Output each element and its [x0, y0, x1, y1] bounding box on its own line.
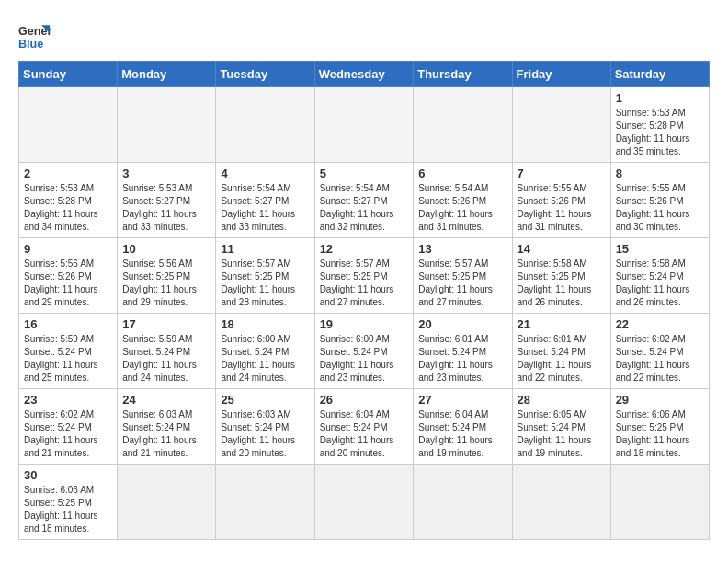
calendar-cell: 24Sunrise: 6:03 AM Sunset: 5:24 PM Dayli…	[118, 389, 216, 465]
calendar-cell: 26Sunrise: 6:04 AM Sunset: 5:24 PM Dayli…	[314, 389, 414, 465]
day-number: 23	[24, 393, 112, 407]
day-info: Sunrise: 5:59 AM Sunset: 5:24 PM Dayligh…	[24, 333, 112, 385]
day-info: Sunrise: 6:02 AM Sunset: 5:24 PM Dayligh…	[616, 333, 704, 385]
calendar-cell: 4Sunrise: 5:54 AM Sunset: 5:27 PM Daylig…	[216, 163, 314, 238]
generalblue-logo-icon: General Blue	[18, 18, 51, 52]
day-info: Sunrise: 5:54 AM Sunset: 5:26 PM Dayligh…	[418, 182, 506, 234]
day-info: Sunrise: 5:59 AM Sunset: 5:24 PM Dayligh…	[122, 333, 210, 385]
day-number: 3	[122, 167, 210, 180]
day-number: 25	[221, 393, 309, 407]
day-info: Sunrise: 5:57 AM Sunset: 5:25 PM Dayligh…	[221, 258, 309, 309]
weekday-header-saturday: Saturday	[610, 62, 709, 87]
weekday-header-sunday: Sunday	[19, 62, 118, 87]
calendar-cell: 6Sunrise: 5:54 AM Sunset: 5:26 PM Daylig…	[414, 163, 512, 238]
calendar-cell: 11Sunrise: 5:57 AM Sunset: 5:25 PM Dayli…	[216, 238, 314, 314]
calendar-cell: 30Sunrise: 6:06 AM Sunset: 5:25 PM Dayli…	[19, 465, 118, 540]
day-number: 2	[24, 167, 112, 180]
calendar-cell: 28Sunrise: 6:05 AM Sunset: 5:24 PM Dayli…	[512, 389, 610, 465]
day-number: 12	[320, 242, 409, 256]
day-info: Sunrise: 5:55 AM Sunset: 5:26 PM Dayligh…	[616, 182, 704, 234]
day-number: 19	[320, 317, 409, 331]
calendar-cell: 27Sunrise: 6:04 AM Sunset: 5:24 PM Dayli…	[414, 389, 512, 465]
calendar-cell: 1Sunrise: 5:53 AM Sunset: 5:28 PM Daylig…	[610, 87, 709, 163]
calendar-cell: 12Sunrise: 5:57 AM Sunset: 5:25 PM Dayli…	[314, 238, 414, 314]
calendar-cell: 14Sunrise: 5:58 AM Sunset: 5:25 PM Dayli…	[512, 238, 610, 314]
calendar-cell	[610, 465, 709, 540]
calendar-cell: 2Sunrise: 5:53 AM Sunset: 5:28 PM Daylig…	[19, 163, 118, 238]
day-info: Sunrise: 5:54 AM Sunset: 5:27 PM Dayligh…	[320, 182, 409, 234]
day-number: 6	[418, 167, 506, 180]
calendar-cell	[19, 87, 118, 163]
day-info: Sunrise: 6:01 AM Sunset: 5:24 PM Dayligh…	[418, 333, 506, 385]
day-info: Sunrise: 5:55 AM Sunset: 5:26 PM Dayligh…	[518, 182, 606, 234]
calendar-cell	[512, 465, 610, 540]
calendar-cell	[314, 87, 414, 163]
day-info: Sunrise: 6:00 AM Sunset: 5:24 PM Dayligh…	[320, 333, 409, 385]
calendar-cell: 17Sunrise: 5:59 AM Sunset: 5:24 PM Dayli…	[118, 314, 216, 389]
calendar-cell: 13Sunrise: 5:57 AM Sunset: 5:25 PM Dayli…	[414, 238, 512, 314]
calendar-week-row: 2Sunrise: 5:53 AM Sunset: 5:28 PM Daylig…	[19, 163, 710, 238]
day-info: Sunrise: 6:01 AM Sunset: 5:24 PM Dayligh…	[518, 333, 606, 385]
day-info: Sunrise: 5:53 AM Sunset: 5:28 PM Dayligh…	[24, 182, 112, 234]
day-info: Sunrise: 5:57 AM Sunset: 5:25 PM Dayligh…	[418, 258, 506, 309]
day-info: Sunrise: 5:57 AM Sunset: 5:25 PM Dayligh…	[320, 258, 409, 309]
calendar-cell: 10Sunrise: 5:56 AM Sunset: 5:25 PM Dayli…	[118, 238, 216, 314]
calendar-cell: 8Sunrise: 5:55 AM Sunset: 5:26 PM Daylig…	[610, 163, 709, 238]
day-number: 5	[320, 167, 409, 180]
day-number: 18	[221, 317, 309, 331]
calendar-cell: 20Sunrise: 6:01 AM Sunset: 5:24 PM Dayli…	[414, 314, 512, 389]
calendar-cell: 7Sunrise: 5:55 AM Sunset: 5:26 PM Daylig…	[512, 163, 610, 238]
calendar-cell	[118, 87, 216, 163]
calendar-week-row: 1Sunrise: 5:53 AM Sunset: 5:28 PM Daylig…	[19, 87, 710, 163]
day-number: 13	[418, 242, 506, 256]
day-number: 17	[122, 317, 210, 331]
day-info: Sunrise: 5:58 AM Sunset: 5:25 PM Dayligh…	[518, 258, 606, 309]
weekday-header-friday: Friday	[512, 62, 610, 87]
day-number: 9	[24, 242, 112, 256]
logo: General Blue	[18, 18, 51, 52]
day-info: Sunrise: 6:04 AM Sunset: 5:24 PM Dayligh…	[320, 408, 409, 460]
day-info: Sunrise: 6:06 AM Sunset: 5:25 PM Dayligh…	[616, 408, 704, 460]
calendar-cell: 21Sunrise: 6:01 AM Sunset: 5:24 PM Dayli…	[512, 314, 610, 389]
day-info: Sunrise: 5:53 AM Sunset: 5:28 PM Dayligh…	[616, 107, 704, 158]
calendar-cell	[216, 465, 314, 540]
calendar-week-row: 9Sunrise: 5:56 AM Sunset: 5:26 PM Daylig…	[19, 238, 710, 314]
day-info: Sunrise: 5:56 AM Sunset: 5:25 PM Dayligh…	[122, 258, 210, 309]
day-number: 28	[518, 393, 606, 407]
calendar-week-row: 30Sunrise: 6:06 AM Sunset: 5:25 PM Dayli…	[19, 465, 710, 540]
calendar-cell: 15Sunrise: 5:58 AM Sunset: 5:24 PM Dayli…	[610, 238, 709, 314]
calendar-cell: 23Sunrise: 6:02 AM Sunset: 5:24 PM Dayli…	[19, 389, 118, 465]
weekday-header-wednesday: Wednesday	[314, 62, 414, 87]
day-number: 21	[518, 317, 606, 331]
day-number: 30	[24, 468, 112, 482]
calendar-table: SundayMondayTuesdayWednesdayThursdayFrid…	[18, 61, 710, 540]
calendar-cell: 3Sunrise: 5:53 AM Sunset: 5:27 PM Daylig…	[118, 163, 216, 238]
calendar-cell	[216, 87, 314, 163]
day-info: Sunrise: 6:06 AM Sunset: 5:25 PM Dayligh…	[24, 484, 112, 535]
weekday-header-monday: Monday	[118, 62, 216, 87]
calendar-cell	[118, 465, 216, 540]
day-info: Sunrise: 6:03 AM Sunset: 5:24 PM Dayligh…	[221, 408, 309, 460]
calendar-cell	[314, 465, 414, 540]
day-info: Sunrise: 5:58 AM Sunset: 5:24 PM Dayligh…	[616, 258, 704, 309]
day-number: 4	[221, 167, 309, 180]
calendar-cell	[414, 465, 512, 540]
day-info: Sunrise: 6:05 AM Sunset: 5:24 PM Dayligh…	[518, 408, 606, 460]
calendar-cell: 29Sunrise: 6:06 AM Sunset: 5:25 PM Dayli…	[610, 389, 709, 465]
day-number: 16	[24, 317, 112, 331]
day-number: 20	[418, 317, 506, 331]
calendar-cell: 18Sunrise: 6:00 AM Sunset: 5:24 PM Dayli…	[216, 314, 314, 389]
weekday-header-tuesday: Tuesday	[216, 62, 314, 87]
calendar-cell	[512, 87, 610, 163]
day-info: Sunrise: 6:03 AM Sunset: 5:24 PM Dayligh…	[122, 408, 210, 460]
day-info: Sunrise: 5:53 AM Sunset: 5:27 PM Dayligh…	[122, 182, 210, 234]
day-number: 7	[518, 167, 606, 180]
day-number: 11	[221, 242, 309, 256]
calendar-cell: 16Sunrise: 5:59 AM Sunset: 5:24 PM Dayli…	[19, 314, 118, 389]
day-number: 29	[616, 393, 704, 407]
day-number: 14	[518, 242, 606, 256]
weekday-header-thursday: Thursday	[414, 62, 512, 87]
day-number: 26	[320, 393, 409, 407]
day-info: Sunrise: 5:54 AM Sunset: 5:27 PM Dayligh…	[221, 182, 309, 234]
calendar-week-row: 23Sunrise: 6:02 AM Sunset: 5:24 PM Dayli…	[19, 389, 710, 465]
